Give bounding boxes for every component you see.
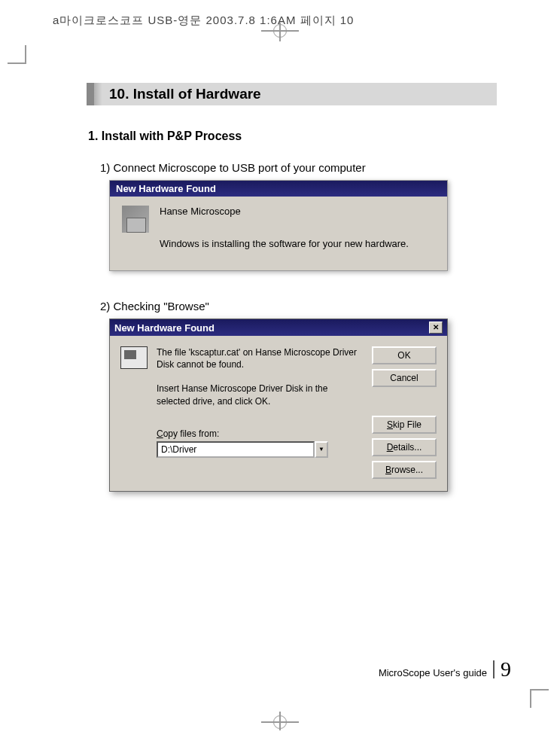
cancel-button[interactable]: Cancel: [372, 369, 437, 387]
details-button[interactable]: Details...: [372, 438, 437, 456]
dialog1-titlebar: New Hardware Found: [110, 181, 447, 197]
crop-corner-bottom-right: [530, 689, 549, 708]
button-spacer: [372, 392, 437, 411]
dropdown-arrow[interactable]: ▼: [315, 441, 328, 458]
section-header: 10. Install of Hardware: [87, 83, 497, 105]
registration-mark-top: [273, 24, 287, 38]
copy-files-label: Copy files from:: [157, 428, 363, 439]
step-2-text: 2) Checking "Browse": [100, 300, 497, 312]
hardware-icon: [122, 206, 149, 233]
browse-button[interactable]: Browse...: [372, 461, 437, 479]
registration-mark-bottom: [273, 715, 287, 729]
crop-corner-top-left: [8, 45, 26, 64]
dialog2-body: The file 'kscaptur.cat' on Hanse Microsc…: [110, 336, 447, 491]
dropdown-input[interactable]: D:\Driver: [157, 441, 315, 458]
dialog1-body: Hanse Microscope Windows is installing t…: [110, 197, 447, 270]
copy-files-dropdown[interactable]: D:\Driver ▼: [157, 441, 328, 458]
dialog2-message-1: The file 'kscaptur.cat' on Hanse Microsc…: [157, 346, 363, 370]
page-number: 9: [501, 657, 511, 681]
document-meta-header: a마이크로스코프 USB-영문 2003.7.8 1:6AM 페이지 10: [53, 14, 354, 28]
page-content: 10. Install of Hardware 1. Install with …: [87, 83, 497, 492]
dialog2-titlebar: New Hardware Found ✕: [110, 319, 447, 336]
ok-button[interactable]: OK: [372, 346, 437, 364]
page-footer: MicroScope User's guide 9: [379, 657, 511, 681]
skip-file-button[interactable]: Skip File: [372, 416, 437, 434]
footer-guide-text: MicroScope User's guide: [379, 667, 487, 678]
subsection-title: 1. Install with P&P Process: [88, 130, 497, 143]
screenshot-new-hardware-2: New Hardware Found ✕ The file 'kscaptur.…: [109, 319, 448, 492]
dialog2-message-2: Insert Hanse Microscope Driver Disk in t…: [157, 383, 363, 407]
dialog2-title-text: New Hardware Found: [114, 322, 215, 334]
footer-divider: [493, 660, 495, 678]
dialog1-text: Hanse Microscope Windows is installing t…: [160, 206, 409, 249]
dialog2-main-column: The file 'kscaptur.cat' on Hanse Microsc…: [157, 346, 363, 479]
file-missing-icon: [120, 346, 148, 369]
dialog2-buttons-column: OK Cancel Skip File Details... Browse...: [372, 346, 437, 479]
dialog1-device-name: Hanse Microscope: [160, 206, 409, 217]
step-1-text: 1) Connect Microscope to USB port of you…: [100, 161, 497, 174]
screenshot-new-hardware-1: New Hardware Found Hanse Microscope Wind…: [109, 180, 448, 271]
dialog1-message: Windows is installing the software for y…: [160, 238, 409, 249]
close-button[interactable]: ✕: [429, 322, 443, 334]
